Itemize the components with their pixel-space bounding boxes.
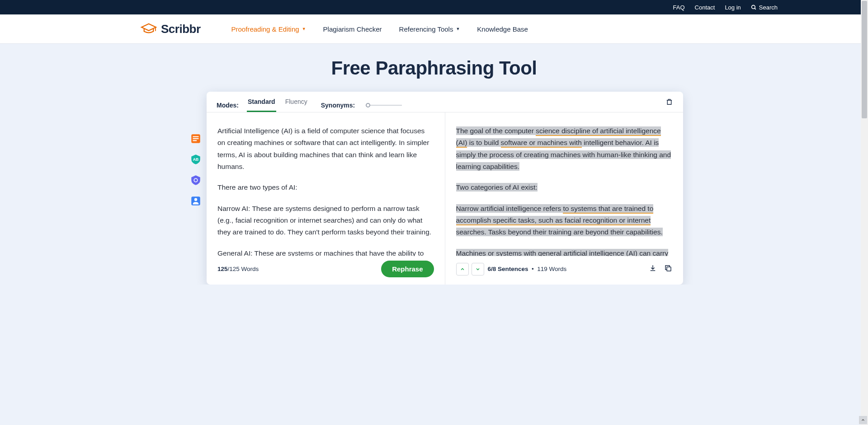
svg-line-1 [755,8,756,9]
login-link[interactable]: Log in [725,4,741,11]
output-synonym[interactable]: software or machines with [501,138,582,148]
output-synonym[interactable]: Machines or systems [456,249,522,256]
copy-button[interactable] [664,264,672,274]
output-text: is to build [467,138,500,147]
download-icon [649,264,657,272]
graduation-cap-icon [140,23,157,35]
svg-point-0 [751,5,755,9]
brand-logo[interactable]: Scribbr [140,22,201,36]
output-text: Two categories of AI exist: [456,183,538,191]
modes-label: Modes: [217,102,239,109]
output-synonym[interactable]: facial recognition [563,216,618,225]
clear-button[interactable] [665,98,673,107]
output-paragraph: Narrow artificial intelligence refers to… [456,203,673,238]
side-tool-rail: AB [185,92,207,285]
input-footer: 125/125 Words Rephrase [207,256,445,285]
svg-rect-6 [193,140,197,141]
nav-referencing-label: Referencing Tools [399,25,453,33]
download-button[interactable] [649,264,657,274]
output-paragraph: Two categories of AI exist: [456,182,673,193]
output-paragraph: Machines or systems with general artific… [456,248,673,256]
citation-tool-icon[interactable] [189,174,202,187]
expert-tool-icon[interactable] [189,195,202,207]
main-navbar: Scribbr Proofreading & Editing ▼ Plagiar… [0,14,868,44]
page-title: Free Paraphrasing Tool [0,57,868,79]
output-footer: 6/8 Sentences • 119 Words [445,256,684,285]
input-word-count: 125/125 Words [217,266,259,272]
prev-sentence-button[interactable] [456,263,469,276]
nav-referencing[interactable]: Referencing Tools ▼ [399,25,460,33]
output-text: with general artificial intelligence (AI… [522,249,639,256]
paraphrase-card: Modes: Standard Fluency Synonyms: Artifi… [207,92,683,285]
nav-proofreading-label: Proofreading & Editing [231,25,299,33]
brand-name: Scribbr [161,22,201,36]
output-paragraph: The goal of the computer science discipl… [456,125,673,173]
summarizer-tool-icon[interactable] [189,132,202,145]
synonyms-slider[interactable] [366,105,402,106]
svg-rect-11 [667,267,671,271]
mode-tab-fluency[interactable]: Fluency [284,98,308,112]
svg-rect-5 [193,138,199,139]
card-toolbar: Modes: Standard Fluency Synonyms: [207,92,683,112]
grammar-tool-icon[interactable]: AB [189,153,202,166]
top-utility-bar: FAQ Contact Log in Search [0,0,868,14]
output-text: Narrow artificial intelligence refers [456,204,563,213]
output-text: searches. Tasks beyond their training ar… [456,228,663,236]
search-label: Search [759,4,778,11]
search-trigger[interactable]: Search [751,4,778,11]
scrollbar-thumb[interactable] [862,1,867,118]
input-pane[interactable]: Artificial Intelligence (AI) is a field … [207,112,445,256]
copy-icon [664,264,672,272]
chevron-down-icon: ▼ [302,27,306,31]
chevron-up-icon [460,266,465,272]
output-pane[interactable]: The goal of the computer science discipl… [445,112,684,256]
trash-icon [665,98,673,106]
contact-link[interactable]: Contact [695,4,715,11]
rephrase-button[interactable]: Rephrase [381,261,434,277]
next-sentence-button[interactable] [472,263,484,276]
input-paragraph: There are two types of AI: [217,182,434,193]
output-synonym[interactable]: or internet [617,216,651,225]
mode-tab-standard[interactable]: Standard [247,98,276,112]
synonyms-label: Synonyms: [321,102,355,109]
search-icon [751,5,757,10]
svg-text:AB: AB [193,157,199,162]
nav-proofreading[interactable]: Proofreading & Editing ▼ [231,25,306,33]
chevron-down-icon [475,266,481,272]
output-text: The goal of the computer [456,126,536,135]
svg-rect-4 [193,136,199,137]
faq-link[interactable]: FAQ [673,4,685,11]
input-paragraph: Artificial Intelligence (AI) is a field … [217,125,434,173]
nav-plagiarism[interactable]: Plagiarism Checker [323,25,382,33]
chevron-down-icon: ▼ [456,27,460,31]
input-paragraph: General AI: These are systems or machine… [217,248,434,256]
input-paragraph: Narrow AI: These are systems designed to… [217,203,434,238]
vertical-scrollbar[interactable] [861,0,868,285]
svg-point-10 [194,198,198,201]
output-stats: 6/8 Sentences • 119 Words [488,266,567,272]
nav-knowledge[interactable]: Knowledge Base [477,25,528,33]
slider-thumb[interactable] [366,103,370,107]
